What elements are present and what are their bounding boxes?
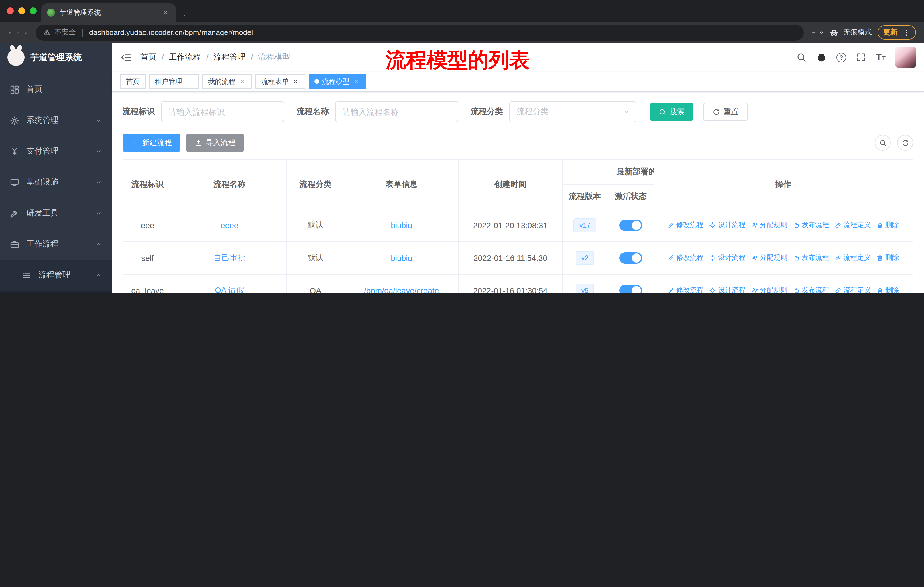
sidebar-item-dev-tools[interactable]: 研发工具	[0, 198, 112, 229]
back-icon[interactable]	[6, 28, 14, 36]
cell-process-name: 自己审批	[172, 241, 287, 274]
sidebar-item-system-management[interactable]: 系统管理	[0, 105, 112, 136]
delete-action[interactable]: 删除	[877, 220, 899, 230]
close-icon[interactable]	[238, 78, 246, 85]
modify-process-action[interactable]: 修改流程	[668, 286, 704, 294]
form-info-link[interactable]: biubiu	[391, 253, 412, 263]
chevron-down-icon	[95, 179, 102, 186]
design-process-action[interactable]: 设计流程	[710, 286, 746, 294]
sidebar-collapse-icon[interactable]	[120, 51, 132, 63]
new-tab-button[interactable]	[180, 12, 188, 20]
list-icon	[22, 270, 31, 280]
sidebar-item-payment-management[interactable]: 支付管理	[0, 136, 112, 167]
window-close-button[interactable]	[7, 7, 14, 14]
close-icon[interactable]	[352, 78, 360, 85]
publish-process-action[interactable]: 发布流程	[793, 253, 829, 263]
help-icon[interactable]: ?	[837, 53, 846, 62]
window-zoom-button[interactable]	[30, 7, 37, 14]
sidebar-menu: 首页 系统管理 支付管理 基础设施	[0, 72, 112, 293]
process-name-link[interactable]: OA 请假	[215, 286, 244, 293]
breadcrumb-workflow: 工作流程	[169, 52, 201, 63]
forward-icon[interactable]	[14, 28, 22, 36]
delete-action[interactable]: 删除	[877, 253, 899, 263]
process-name-link[interactable]: 自己审批	[213, 253, 246, 262]
gear-icon	[10, 116, 20, 125]
edit-icon	[668, 287, 675, 294]
cell-actions: 修改流程设计流程分配规则发布流程流程定义删除	[653, 274, 913, 293]
tag-tenant-management[interactable]: 租户管理	[149, 74, 199, 89]
cell-process-id: self	[123, 241, 172, 274]
app-logo: 芋道管理系统	[0, 43, 112, 72]
refresh-table-button[interactable]	[897, 135, 913, 151]
process-name-link[interactable]: eeee	[221, 221, 238, 230]
version-badge: v5	[576, 284, 594, 293]
url-text: dashboard.yudao.iocoder.cn/bpm/manager/m…	[89, 28, 796, 37]
update-button[interactable]: 更新	[878, 25, 916, 40]
modify-process-action[interactable]: 修改流程	[668, 253, 704, 263]
design-process-action[interactable]: 设计流程	[710, 253, 746, 263]
github-icon[interactable]	[816, 52, 827, 63]
form-info-link[interactable]: /bpm/oa/leave/create	[364, 286, 439, 293]
process-name-input[interactable]	[335, 101, 458, 122]
active-status-toggle[interactable]	[619, 285, 642, 293]
tag-process-model[interactable]: 流程模型	[309, 74, 366, 89]
breadcrumb-home[interactable]: 首页	[140, 52, 157, 63]
browser-tab[interactable]: 芋道管理系统	[41, 3, 176, 22]
sidebar-item-process-management[interactable]: 流程管理	[0, 260, 112, 291]
cell-actions: 修改流程设计流程分配规则发布流程流程定义删除	[653, 209, 913, 241]
dashboard-icon	[10, 84, 20, 94]
process-definition-action[interactable]: 流程定义	[835, 286, 871, 294]
cell-created-time: 2022-01-20 13:08:31	[459, 209, 562, 241]
tag-home[interactable]: 首页	[120, 74, 145, 89]
publish-process-action[interactable]: 发布流程	[793, 286, 829, 294]
delete-icon	[877, 287, 884, 294]
key-icon[interactable]	[809, 28, 817, 36]
font-size-icon[interactable]: T	[876, 53, 886, 62]
sidebar-item-home[interactable]: 首页	[0, 74, 112, 105]
star-icon[interactable]	[817, 28, 825, 36]
sidebar-item-process-form[interactable]: 流程表单	[0, 291, 112, 293]
tag-process-form[interactable]: 流程表单	[256, 74, 305, 89]
modify-process-action[interactable]: 修改流程	[668, 220, 704, 230]
process-id-input[interactable]	[161, 101, 284, 122]
toggle-search-button[interactable]	[875, 135, 891, 151]
process-definition-action[interactable]: 流程定义	[835, 253, 871, 263]
url-bar[interactable]: 不安全 dashboard.yudao.iocoder.cn/bpm/manag…	[36, 24, 804, 40]
divider	[82, 28, 83, 36]
window-minimize-button[interactable]	[18, 7, 25, 14]
assign-rule-action[interactable]: 分配规则	[751, 253, 787, 263]
reload-icon[interactable]	[22, 28, 30, 36]
import-process-button[interactable]: 导入流程	[186, 134, 244, 152]
red-annotation: 流程模型的列表	[386, 46, 530, 74]
chevron-up-icon	[95, 272, 102, 279]
search-icon[interactable]	[796, 52, 807, 63]
tab-close-icon[interactable]	[161, 8, 170, 17]
more-menu-icon[interactable]	[902, 28, 910, 36]
process-category-select[interactable]: 流程分类	[509, 101, 637, 122]
assign-rule-action[interactable]: 分配规则	[751, 220, 787, 230]
breadcrumb: 首页 / 工作流程 / 流程管理 / 流程模型	[140, 52, 290, 63]
user-avatar[interactable]	[895, 47, 916, 68]
chevron-down-icon	[623, 108, 630, 115]
tag-my-process[interactable]: 我的流程	[202, 74, 252, 89]
create-process-button[interactable]: 新建流程	[122, 134, 180, 152]
delete-action[interactable]: 删除	[877, 286, 899, 294]
form-info-link[interactable]: biubiu	[391, 221, 412, 230]
search-button[interactable]: 搜索	[650, 103, 693, 121]
column-latest-deploy-group: 最新部署的	[562, 160, 653, 184]
column-process-name: 流程名称	[172, 160, 287, 209]
design-process-action[interactable]: 设计流程	[710, 220, 746, 230]
active-status-toggle[interactable]	[619, 252, 642, 264]
assign-rule-action[interactable]: 分配规则	[751, 286, 787, 294]
close-icon[interactable]	[292, 78, 300, 85]
cell-form-info: biubiu	[344, 209, 459, 241]
active-status-toggle[interactable]	[619, 220, 642, 231]
process-definition-action[interactable]: 流程定义	[835, 220, 871, 230]
publish-icon	[793, 255, 800, 261]
sidebar-item-workflow[interactable]: 工作流程	[0, 229, 112, 260]
fullscreen-icon[interactable]	[856, 52, 866, 63]
sidebar-item-infrastructure[interactable]: 基础设施	[0, 167, 112, 198]
reset-button[interactable]: 重置	[703, 103, 747, 121]
publish-process-action[interactable]: 发布流程	[793, 220, 829, 230]
close-icon[interactable]	[185, 78, 193, 85]
